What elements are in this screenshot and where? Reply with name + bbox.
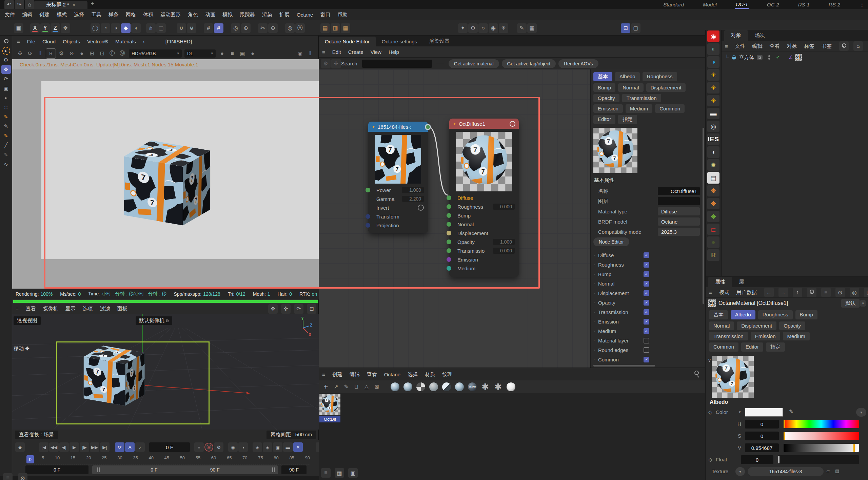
menu-Octane[interactable]: Octane [297,12,313,18]
film-view-icon[interactable]: ▥ [331,23,340,33]
color-space-dropdown[interactable]: HDR/sRGB▾ [129,49,182,58]
tab-属性[interactable]: 属性 [708,277,732,287]
select-move-icon[interactable]: ➢ [1,93,11,102]
layer-box-icon[interactable]: ▢ [156,23,166,33]
spline-pen-icon[interactable]: ✎ [1,112,11,121]
tab-Editor[interactable]: Editor [593,115,615,124]
ne-menu-Edit[interactable]: Edit [332,49,341,55]
viewport-canvas[interactable]: 透视视图 默认摄像机 ⧉ 移动 ✥ Y Z X [12,314,319,430]
tab-Bump[interactable]: Bump [593,83,615,92]
viewport-menu-查看[interactable]: 查看 [26,306,36,312]
field-Compatibility mode[interactable]: 2025.3 [658,228,700,236]
checkbox-Medium[interactable]: ✓ [644,328,649,334]
cut-icon[interactable]: ✂ [258,23,268,33]
tab-Transmission[interactable]: Transmission [622,94,661,102]
ne-menu-Create[interactable]: Create [348,49,363,55]
close-tab-icon[interactable]: × [73,2,75,7]
axis-tool-icon[interactable]: ✥ [61,23,70,33]
field-BRDF model[interactable]: Octane [658,217,700,226]
menu-模式[interactable]: 模式 [57,12,67,18]
checkbox-Roughness[interactable]: ✓ [644,262,649,268]
uv-grid-icon[interactable]: ▦ [527,23,537,33]
live-target-icon[interactable]: ◉ [295,49,305,58]
layout-tab-OC-2[interactable]: OC-2 [766,1,780,8]
menu-扩展[interactable]: 扩展 [279,12,290,18]
trash-icon[interactable]: ⊔ [352,382,361,392]
live-selection-icon[interactable]: ▶ [2,47,10,55]
material-preset-ball[interactable] [455,382,464,391]
material-m-icon[interactable]: Ⓜ [118,49,127,58]
node-param-Medium[interactable]: Medium [449,264,519,273]
collapse-triangle-icon[interactable]: ▼ [372,125,375,129]
daylight-burst-icon[interactable]: ✺ [707,159,719,171]
render-settings-icon[interactable]: ▣ [14,23,23,33]
menu-icon[interactable]: ≡ [3,473,13,480]
hierarchy-icon[interactable]: ⋔ [146,23,156,33]
node-param-Projection[interactable]: Projection [368,221,428,230]
grid-icon[interactable]: # [204,23,213,33]
record-pos-icon[interactable]: ● [194,442,204,452]
menu-工具[interactable]: 工具 [91,12,101,18]
saturation-slider[interactable] [784,432,859,440]
menu-模拟[interactable]: 模拟 [222,12,233,18]
checkbox-Diffuse[interactable]: ✓ [644,252,649,258]
node-diffuse-material[interactable]: ▼ OctDiffuse1 DiffuseRoughness0.000BumpN… [449,119,519,277]
hamburger-icon[interactable]: ≡ [725,43,728,49]
small-box-icon[interactable]: ⊡ [97,49,107,58]
layout-menu-dots-icon[interactable]: ⋮ [860,2,865,8]
back-icon[interactable]: ← [764,288,774,297]
sim-gear-icon[interactable]: ⚙ [468,23,478,33]
camera-box-icon[interactable]: ▣ [238,49,247,58]
menu-创建[interactable]: 创建 [39,12,50,18]
tab-Octane settings[interactable]: Octane settings [376,37,423,46]
object-menu-对象[interactable]: 对象 [787,43,797,49]
attribute-menu-用户数据[interactable]: 用户数据 [736,289,757,296]
tab-Normal[interactable]: Normal [618,83,643,92]
menu-样条[interactable]: 样条 [108,12,119,18]
h-value-field[interactable]: 0 [745,420,779,429]
visibility-dots-icon[interactable] [768,55,770,57]
rect-pen-icon[interactable]: ✎ [1,122,11,131]
auto-axis-icon[interactable]: Ⓐ [295,23,305,33]
material-preset-ball[interactable]: ✱ [481,382,490,391]
menu-动画[interactable]: 动画 [205,12,215,18]
focus-f-icon[interactable]: Ⓕ [107,49,117,58]
tab-Common[interactable]: Common [655,104,685,113]
material-menu-选择[interactable]: 选择 [408,371,418,378]
ibl-target-icon[interactable]: ◎ [707,121,719,132]
checkbox-Round edges[interactable] [644,347,649,353]
tab-Opacity[interactable]: Opacity [779,321,805,330]
gear-icon[interactable]: ⚙ [57,49,66,58]
layout-tab-RS-2[interactable]: RS-2 [828,1,841,8]
dolly-icon[interactable]: ✜ [281,304,291,314]
menu-icon[interactable]: ≡ [321,468,331,478]
tweak-icon[interactable]: ⚙ [1,56,11,64]
viewport-menu-摄像机[interactable]: 摄像机 [43,306,58,312]
tab-Opacity[interactable]: Opacity [593,94,619,102]
lv-menu-Objects[interactable]: Objects [63,39,80,44]
enabled-check-icon[interactable]: ✓ [776,54,780,60]
hamburger-icon[interactable]: ≡ [709,290,712,295]
filter-icon[interactable]: ≡ [821,288,831,297]
ball-alt-icon[interactable]: ● [248,49,257,58]
node-param-Normal[interactable]: Normal [449,220,519,229]
preset-caret-icon[interactable]: ▾ [860,300,866,307]
film-settings-icon[interactable]: ▦ [341,23,350,33]
material-menu-创建[interactable]: 创建 [332,371,342,378]
node-editor-button[interactable]: Node Editor [593,237,629,246]
popout-icon[interactable]: ⊡ [864,288,868,297]
eyedropper-icon[interactable]: ✎ [789,409,793,415]
tab-指定[interactable]: 指定 [766,342,785,352]
redo-icon[interactable]: ↷ [15,0,24,9]
timeline-ruler[interactable]: 051015202530354045505560657075808590 [28,455,310,464]
ball-icon[interactable]: ● [77,49,86,58]
viewport-menu-过滤[interactable]: 过滤 [100,306,110,312]
menu-选择[interactable]: 选择 [74,12,84,18]
script-icon[interactable]: ⊡ [621,23,630,33]
node-param-Displacement[interactable]: Displacement [449,229,519,237]
checkbox-Material layer[interactable] [644,338,649,343]
keyframe-icon[interactable]: ◆ [15,442,25,452]
hamburger-icon[interactable]: ≡ [322,372,325,377]
prev-key-icon[interactable]: ◀◀ [49,442,59,452]
tab-Transmission[interactable]: Transmission [709,332,748,340]
